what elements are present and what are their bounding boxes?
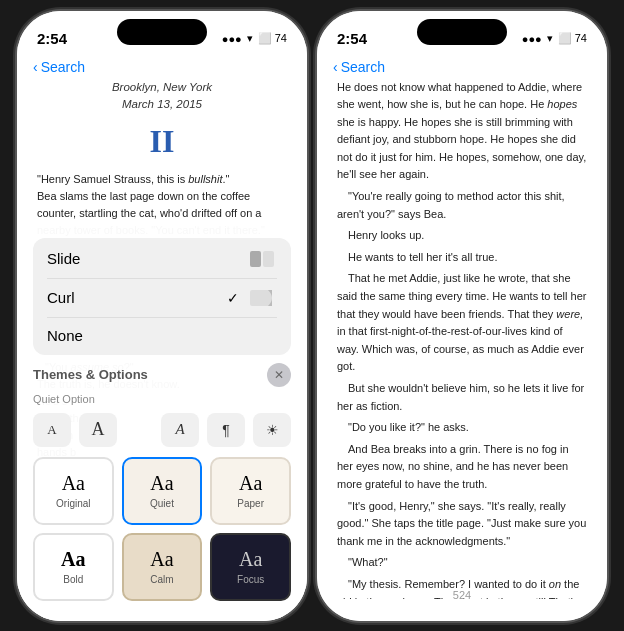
left-status-icons: ●●● ▾ ⬜ 74 (222, 32, 287, 45)
left-status-bar: 2:54 ●●● ▾ ⬜ 74 (17, 11, 307, 55)
right-signal-icon: ●●● (522, 33, 542, 45)
right-battery-icon: ⬜ 74 (558, 32, 587, 45)
back-label: Search (41, 59, 85, 75)
theme-focus[interactable]: Aa Focus (210, 533, 291, 601)
right-book-content: He does not know what happened to Addie,… (317, 79, 607, 599)
phones-container: 2:54 ●●● ▾ ⬜ 74 ‹ Search Brooklyn, New Y… (17, 11, 607, 621)
back-chevron-icon: ‹ (33, 59, 38, 75)
font-increase-button[interactable]: A (79, 413, 117, 447)
curl-option[interactable]: Curl ✓ (33, 279, 291, 317)
theme-quiet-text: Aa (150, 472, 173, 495)
right-status-icons: ●●● ▾ ⬜ 74 (522, 32, 587, 45)
right-time: 2:54 (337, 30, 367, 47)
theme-paper-text: Aa (239, 472, 262, 495)
wifi-icon: ▾ (247, 32, 253, 45)
left-nav-bar: ‹ Search (17, 55, 307, 79)
curl-label: Curl (47, 289, 75, 306)
theme-cards-grid: Aa Original Aa Quiet Aa Paper Aa Bold (33, 457, 291, 601)
battery-icon: ⬜ 74 (258, 32, 287, 45)
close-button[interactable]: ✕ (267, 363, 291, 387)
font-style-button[interactable]: A (161, 413, 199, 447)
slide-icon (247, 249, 277, 269)
brightness-button[interactable]: ☀ (253, 413, 291, 447)
slide-option[interactable]: Slide (33, 240, 291, 278)
font-controls: A A A ¶ ☀ (33, 413, 291, 447)
right-nav-bar: ‹ Search (317, 55, 607, 79)
theme-focus-text: Aa (239, 548, 262, 571)
left-phone-screen: 2:54 ●●● ▾ ⬜ 74 ‹ Search Brooklyn, New Y… (17, 11, 307, 621)
page-number: 524 (453, 589, 471, 601)
theme-calm-label: Calm (150, 574, 173, 585)
svg-rect-1 (263, 251, 274, 267)
curl-icon (247, 288, 277, 308)
themes-label: Themes & Options (33, 367, 148, 382)
theme-calm[interactable]: Aa Calm (122, 533, 203, 601)
none-option[interactable]: None (33, 318, 291, 353)
right-back-button[interactable]: ‹ Search (333, 59, 385, 75)
theme-bold[interactable]: Aa Bold (33, 533, 114, 601)
theme-quiet-label: Quiet (150, 498, 174, 509)
slide-label: Slide (47, 250, 80, 267)
font-decrease-button[interactable]: A (33, 413, 71, 447)
right-back-chevron: ‹ (333, 59, 338, 75)
theme-original-label: Original (56, 498, 90, 509)
right-wifi-icon: ▾ (547, 32, 553, 45)
right-phone-screen: 2:54 ●●● ▾ ⬜ 74 ‹ Search He does not kno… (317, 11, 607, 621)
theme-focus-label: Focus (237, 574, 264, 585)
left-phone: 2:54 ●●● ▾ ⬜ 74 ‹ Search Brooklyn, New Y… (17, 11, 307, 621)
right-book-text: He does not know what happened to Addie,… (337, 79, 587, 599)
theme-bold-text: Aa (61, 548, 85, 571)
left-back-button[interactable]: ‹ Search (33, 59, 85, 75)
chapter-number: II (37, 117, 287, 165)
quiet-option-label: Quiet Option (33, 393, 291, 405)
theme-bold-label: Bold (63, 574, 83, 585)
theme-paper[interactable]: Aa Paper (210, 457, 291, 525)
svg-rect-2 (250, 290, 272, 306)
none-label: None (47, 327, 83, 344)
left-time: 2:54 (37, 30, 67, 47)
theme-paper-label: Paper (237, 498, 264, 509)
svg-rect-0 (250, 251, 261, 267)
bottom-panel: Slide Curl ✓ (17, 226, 307, 621)
book-location: Brooklyn, New YorkMarch 13, 2015 (37, 79, 287, 114)
transition-menu: Slide Curl ✓ (33, 238, 291, 355)
theme-calm-text: Aa (150, 548, 173, 571)
curl-checkmark: ✓ (227, 290, 239, 306)
right-back-label: Search (341, 59, 385, 75)
right-status-bar: 2:54 ●●● ▾ ⬜ 74 (317, 11, 607, 55)
theme-quiet[interactable]: Aa Quiet (122, 457, 203, 525)
right-phone: 2:54 ●●● ▾ ⬜ 74 ‹ Search He does not kno… (317, 11, 607, 621)
signal-icon: ●●● (222, 33, 242, 45)
paragraph-button[interactable]: ¶ (207, 413, 245, 447)
themes-header: Themes & Options ✕ (33, 363, 291, 387)
theme-original-text: Aa (62, 472, 85, 495)
theme-original[interactable]: Aa Original (33, 457, 114, 525)
